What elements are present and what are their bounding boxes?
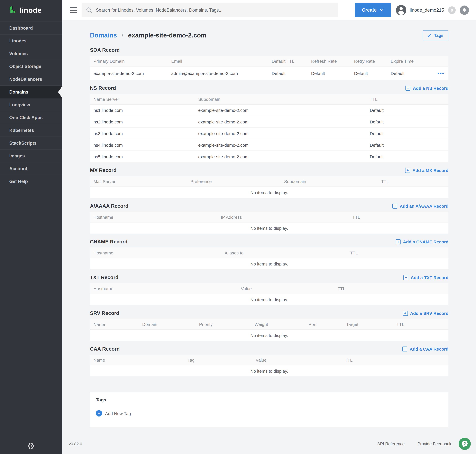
table-cell: ns3.linode.com xyxy=(90,131,195,136)
avatar[interactable] xyxy=(396,5,406,15)
column-header: Email xyxy=(168,59,268,63)
sidebar-item-label: Images xyxy=(9,153,25,159)
sidebar-item-longview[interactable]: Longview xyxy=(0,98,62,111)
api-reference-link[interactable]: API Reference xyxy=(377,441,405,446)
notification-count-badge[interactable]: 0 xyxy=(448,6,456,14)
table-row: ns2.linode.comexample-site-demo-2.comDef… xyxy=(90,116,448,127)
sidebar-item-images[interactable]: Images xyxy=(0,150,62,162)
section-title: SOA Record xyxy=(90,46,120,53)
breadcrumb: Domains / example-site-demo-2.com xyxy=(90,32,207,39)
sidebar-item-stackscripts[interactable]: StackScripts xyxy=(0,137,62,150)
breadcrumb-separator: / xyxy=(122,32,123,39)
table-header-row: Mail ServerPreferenceSubdomainTTL xyxy=(90,176,448,187)
add-record-link-label: Add an A/AAAA Record xyxy=(400,204,448,208)
table-cell: ns4.linode.com xyxy=(90,143,195,147)
sidebar-item-label: StackScripts xyxy=(9,140,37,146)
sidebar-item-get-help[interactable]: Get Help xyxy=(0,175,62,188)
sidebar-item-one-click-apps[interactable]: One-Click Apps xyxy=(0,111,62,124)
sidebar-item-label: Dashboard xyxy=(9,25,33,31)
plus-square-icon: + xyxy=(403,275,408,280)
empty-state: No items to display. xyxy=(90,365,448,377)
column-header: TTL xyxy=(334,286,448,291)
column-header: Subdomain xyxy=(281,179,378,184)
sidebar-item-label: Kubernetes xyxy=(9,128,34,133)
add-ns-record-link[interactable]: +Add a NS Record xyxy=(406,85,448,91)
settings-gear-icon[interactable]: ⚙ xyxy=(0,442,62,451)
plus-square-icon: + xyxy=(402,346,407,351)
sidebar-item-label: One-Click Apps xyxy=(9,115,43,120)
add-record-link-label: Add a SRV Record xyxy=(410,311,448,316)
section-title: CNAME Record xyxy=(90,238,127,245)
bell-icon xyxy=(462,8,467,13)
add-txt-record-link[interactable]: +Add a TXT Record xyxy=(403,275,448,280)
add-srv-record-link[interactable]: +Add a SRV Record xyxy=(403,311,448,316)
srv-table: NameDomainPriorityWeightPortTargetTTLNo … xyxy=(90,319,448,341)
sidebar-item-label: Linodes xyxy=(9,38,27,43)
add-a-record-link[interactable]: +Add an A/AAAA Record xyxy=(392,204,448,208)
domain-detail-page: Domains / example-site-demo-2.com Tags S… xyxy=(62,20,476,454)
plus-square-icon: + xyxy=(392,204,397,208)
section-title: TXT Record xyxy=(90,274,119,281)
table-cell: example-site-demo-2.com xyxy=(195,131,366,136)
add-new-tag-button[interactable]: + Add New Tag xyxy=(96,410,131,416)
notifications-bell-button[interactable] xyxy=(460,5,469,15)
username[interactable]: linode_demo215 xyxy=(410,8,444,13)
table-header-row: Name ServerSubdomainTTL xyxy=(90,94,448,105)
table-row: ns1.linode.comexample-site-demo-2.comDef… xyxy=(90,105,448,116)
table-cell: ns5.linode.com xyxy=(90,154,195,159)
sidebar-item-kubernetes[interactable]: Kubernetes xyxy=(0,124,62,137)
a-table: HostnameIP AddressTTLNo items to display… xyxy=(90,212,448,234)
column-header: Name xyxy=(90,357,184,362)
table-cell: example-site-demo-2.com xyxy=(90,71,168,76)
table-cell: Default xyxy=(387,71,432,76)
sidebar-item-label: Object Storage xyxy=(9,64,41,69)
sidebar-item-linodes[interactable]: Linodes xyxy=(0,35,62,47)
section-soa: SOA RecordPrimary DomainEmailDefault TTL… xyxy=(90,46,448,80)
edit-tags-button[interactable]: Tags xyxy=(423,30,448,40)
add-mx-record-link[interactable]: +Add a MX Record xyxy=(405,168,448,173)
provide-feedback-link[interactable]: Provide Feedback xyxy=(417,441,451,446)
empty-state: No items to display. xyxy=(90,187,448,198)
sidebar-item-nodebalancers[interactable]: NodeBalancers xyxy=(0,73,62,86)
add-caa-record-link[interactable]: +Add a CAA Record xyxy=(402,346,448,351)
column-header: Expire Time xyxy=(387,59,432,63)
table-cell: example-site-demo-2.com xyxy=(195,154,366,159)
table-header-row: NameDomainPriorityWeightPortTargetTTL xyxy=(90,319,448,330)
table-cell: Default xyxy=(366,108,448,113)
menu-hamburger-icon[interactable] xyxy=(70,7,77,13)
column-header: Value xyxy=(238,286,334,291)
section-title: MX Record xyxy=(90,167,117,174)
sidebar-item-dashboard[interactable]: Dashboard xyxy=(0,22,62,35)
search-input[interactable] xyxy=(95,7,338,13)
table-header-row: HostnameAliases toTTL xyxy=(90,248,448,258)
table-cell: Default xyxy=(366,131,448,136)
search-bar[interactable] xyxy=(82,3,338,17)
section-ns: NS Record+Add a NS RecordName ServerSubd… xyxy=(90,84,448,162)
edit-pencil-icon xyxy=(428,33,431,38)
table-header-row: Primary DomainEmailDefault TTLRefresh Ra… xyxy=(90,56,448,67)
sidebar-item-volumes[interactable]: Volumes xyxy=(0,47,62,60)
column-header: Hostname xyxy=(90,250,221,255)
create-button[interactable]: Create xyxy=(355,3,391,17)
sidebar-item-object-storage[interactable]: Object Storage xyxy=(0,60,62,73)
linode-logo[interactable]: linode xyxy=(0,0,62,20)
plus-square-icon: + xyxy=(405,168,410,173)
table-row: ns5.linode.comexample-site-demo-2.comDef… xyxy=(90,151,448,162)
page-title: example-site-demo-2.com xyxy=(128,32,207,39)
page-header: Domains / example-site-demo-2.com Tags xyxy=(90,30,448,41)
table-row: example-site-demo-2.comadmin@example-sit… xyxy=(90,67,448,80)
app-version: v0.82.0 xyxy=(69,441,82,446)
sidebar-item-account[interactable]: Account xyxy=(0,162,62,175)
table-cell: Default xyxy=(366,143,448,147)
column-header: TTL xyxy=(366,97,448,101)
add-record-link-label: Add a CNAME Record xyxy=(403,239,448,244)
section-mx: MX Record+Add a MX RecordMail ServerPref… xyxy=(90,167,448,198)
add-cname-record-link[interactable]: +Add a CNAME Record xyxy=(396,239,448,244)
breadcrumb-domains-link[interactable]: Domains xyxy=(90,32,117,39)
sidebar-item-domains[interactable]: Domains xyxy=(0,86,62,98)
empty-state: No items to display. xyxy=(90,222,448,234)
help-feedback-fab[interactable]: ? xyxy=(459,438,471,450)
more-options-icon[interactable] xyxy=(432,72,448,74)
column-header: Port xyxy=(305,322,343,327)
linode-logo-text: linode xyxy=(19,6,42,14)
